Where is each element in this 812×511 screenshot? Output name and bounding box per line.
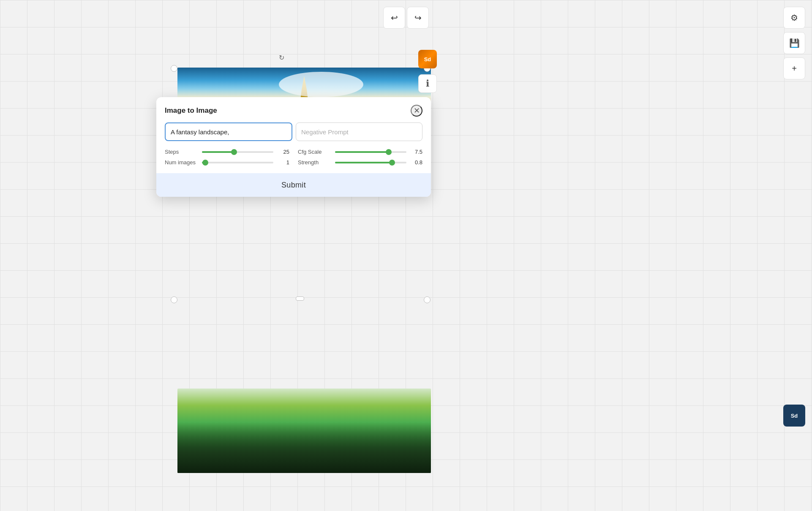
handle-bottom-middle[interactable]: [296, 296, 304, 301]
prompt-row: Negative Prompt: [156, 122, 431, 147]
sd-logo-canvas[interactable]: Sd: [418, 50, 437, 68]
num-images-value: 1: [277, 159, 289, 166]
strength-row: Strength 0.8: [298, 159, 422, 166]
save-button[interactable]: 💾: [783, 32, 805, 54]
handle-top-left[interactable]: [171, 65, 177, 72]
right-sidebar: ⚙ 💾 +: [783, 7, 805, 79]
add-button[interactable]: +: [783, 57, 805, 79]
sliders-section: Steps 25 Cfg Scale 7.5 Num images 1: [156, 147, 431, 171]
cfg-scale-thumb[interactable]: [386, 149, 392, 155]
handle-bottom-left[interactable]: [171, 296, 177, 303]
top-toolbar: ↩ ↪: [383, 7, 429, 29]
strength-slider[interactable]: [335, 162, 406, 163]
redo-button[interactable]: ↪: [407, 7, 429, 29]
prompt-input[interactable]: [165, 122, 292, 141]
num-images-label: Num images: [165, 159, 199, 166]
fantasy-image-bottom: [177, 389, 431, 473]
num-images-row: Num images 1: [165, 159, 289, 166]
cfg-scale-label: Cfg Scale: [298, 149, 332, 155]
plus-icon: +: [792, 64, 797, 73]
undo-button[interactable]: ↩: [383, 7, 405, 29]
info-icon[interactable]: ℹ: [418, 74, 437, 93]
dialog-header: Image to Image ✕: [156, 97, 431, 122]
num-images-slider[interactable]: [202, 162, 273, 163]
dialog-title: Image to Image: [165, 106, 217, 115]
dialog-close-button[interactable]: ✕: [411, 105, 422, 117]
num-images-thumb[interactable]: [202, 160, 208, 166]
negative-prompt-button[interactable]: Negative Prompt: [296, 122, 422, 141]
strength-fill: [335, 162, 392, 163]
steps-row: Steps 25: [165, 149, 289, 155]
cfg-scale-fill: [335, 151, 389, 153]
cfg-scale-value: 7.5: [410, 149, 422, 155]
refresh-icon[interactable]: ↻: [275, 52, 287, 63]
steps-thumb[interactable]: [231, 149, 237, 155]
handle-bottom-right[interactable]: [424, 296, 431, 303]
gear-icon: ⚙: [790, 13, 798, 23]
steps-slider[interactable]: [202, 151, 273, 153]
canvas-area: ↻ Sd ℹ: [0, 0, 812, 511]
image-to-image-dialog: Image to Image ✕ Negative Prompt Steps 2…: [156, 97, 431, 197]
save-icon: 💾: [789, 38, 800, 48]
strength-thumb[interactable]: [389, 160, 395, 166]
strength-value: 0.8: [410, 159, 422, 166]
sd-badge-bottom-right[interactable]: Sd: [783, 405, 805, 427]
strength-label: Strength: [298, 159, 332, 166]
steps-label: Steps: [165, 149, 199, 155]
steps-value: 25: [277, 149, 289, 155]
settings-button[interactable]: ⚙: [783, 7, 805, 29]
submit-button[interactable]: Submit: [156, 173, 431, 197]
cfg-scale-slider[interactable]: [335, 151, 406, 153]
cfg-scale-row: Cfg Scale 7.5: [298, 149, 422, 155]
steps-fill: [202, 151, 234, 153]
